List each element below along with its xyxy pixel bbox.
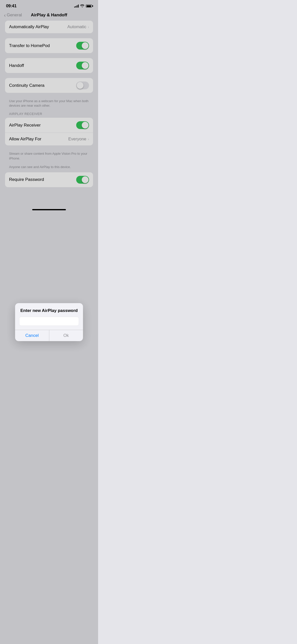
modal-overlay: Enter new AirPlay password Cancel Ok: [0, 0, 98, 212]
